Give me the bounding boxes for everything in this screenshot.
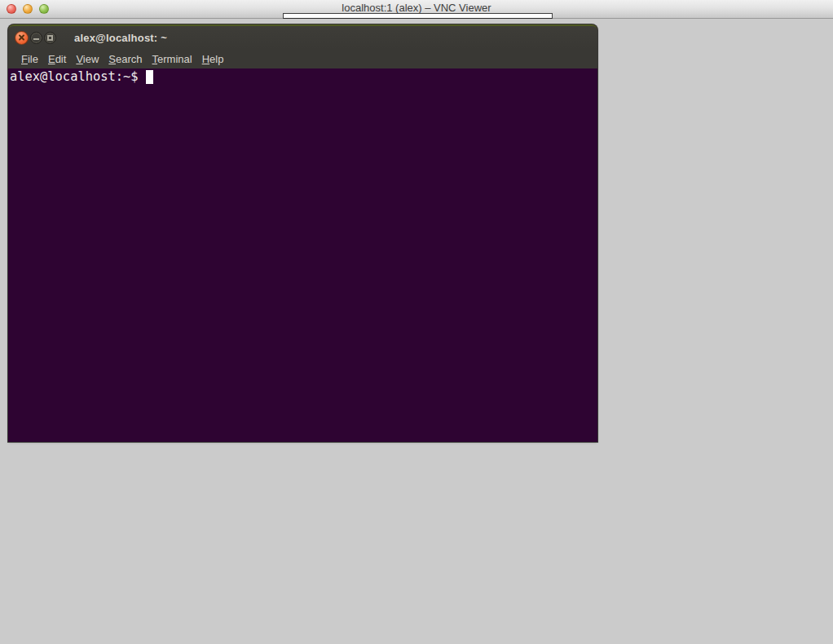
terminal-minimize-button[interactable]	[30, 32, 42, 44]
menu-help[interactable]: Help	[197, 51, 229, 68]
menu-terminal[interactable]: Terminal	[148, 51, 197, 68]
terminal-title: alex@localhost: ~	[74, 32, 167, 44]
terminal-close-button[interactable]	[15, 31, 29, 45]
menu-view[interactable]: View	[71, 51, 104, 68]
maximize-icon	[47, 35, 53, 41]
close-icon	[18, 34, 25, 42]
vnc-toolbar-handle-icon[interactable]	[283, 13, 553, 19]
menu-search[interactable]: Search	[104, 51, 147, 68]
terminal-maximize-button[interactable]	[44, 32, 56, 44]
terminal-screen[interactable]: alex@localhost:~$	[8, 68, 597, 440]
minimize-icon	[33, 38, 39, 40]
menu-file[interactable]: File	[16, 51, 43, 68]
terminal-menubar: File Edit View Search Terminal Help	[8, 49, 597, 68]
terminal-cursor	[146, 70, 153, 84]
shell-prompt: alex@localhost:~$	[10, 69, 146, 84]
vnc-titlebar[interactable]: localhost:1 (alex) – VNC Viewer	[0, 0, 833, 19]
terminal-window: alex@localhost: ~ File Edit View Search …	[8, 24, 597, 442]
menu-edit[interactable]: Edit	[43, 51, 71, 68]
remote-desktop[interactable]: alex@localhost: ~ File Edit View Search …	[0, 20, 833, 644]
terminal-titlebar[interactable]: alex@localhost: ~	[8, 24, 597, 49]
